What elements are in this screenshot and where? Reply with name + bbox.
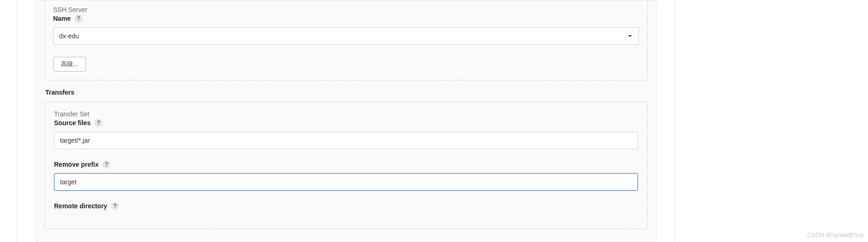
remove-prefix-label: Remove prefix — [54, 161, 98, 168]
transfers-panel: Transfer Set Source files ? Remove prefi… — [44, 102, 648, 229]
source-files-input[interactable] — [54, 132, 638, 149]
help-icon[interactable]: ? — [102, 160, 110, 169]
transfers-heading: Transfers — [45, 89, 648, 96]
name-label-row: Name ? — [53, 14, 639, 23]
help-icon[interactable]: ? — [111, 202, 119, 210]
help-icon[interactable]: ? — [74, 14, 83, 23]
ssh-server-title: SSH Server — [53, 6, 639, 13]
advanced-button[interactable]: 高级... — [53, 57, 86, 72]
name-select[interactable]: dx-edu — [53, 27, 639, 45]
outer-container: SSH Server Name ? dx-edu 高级... Transfers… — [17, 0, 675, 242]
remote-directory-label: Remote directory — [54, 202, 107, 210]
name-label: Name — [53, 15, 71, 22]
help-icon[interactable]: ? — [94, 119, 103, 127]
remove-prefix-group: Remove prefix ? — [54, 160, 638, 191]
page-wrapper: SSH Server Name ? dx-edu 高级... Transfers… — [36, 0, 656, 242]
ssh-server-panel: SSH Server Name ? dx-edu 高级... — [44, 0, 648, 80]
remove-prefix-label-row: Remove prefix ? — [54, 160, 638, 169]
source-files-group: Source files ? — [54, 119, 638, 149]
watermark: CSDN @synda@hzy — [807, 231, 863, 238]
remote-directory-group: Remote directory ? — [54, 202, 638, 210]
source-files-label: Source files — [54, 119, 91, 127]
source-files-label-row: Source files ? — [54, 119, 638, 127]
remote-directory-label-row: Remote directory ? — [54, 202, 638, 210]
remove-prefix-input[interactable] — [54, 173, 638, 191]
transfer-set-title: Transfer Set — [54, 110, 638, 118]
